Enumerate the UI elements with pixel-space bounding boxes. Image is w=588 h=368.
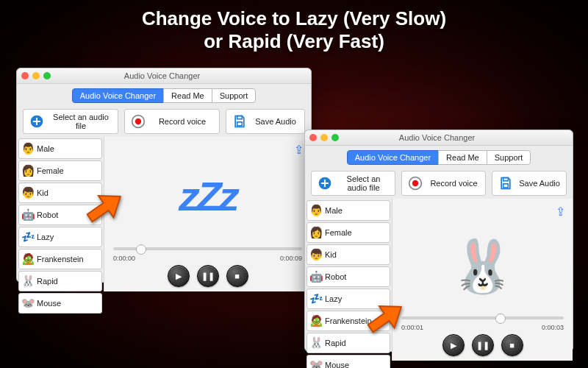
voice-female[interactable]: 👩Female [18, 160, 102, 181]
voice-list: 👨Male 👩Female 👦Kid 🤖Robot 💤Lazy 🧟Franken… [17, 137, 104, 291]
time-current: 0:00:01 [401, 324, 423, 331]
record-icon [131, 114, 146, 129]
svg-rect-3 [237, 116, 243, 119]
slider-knob[interactable] [495, 314, 506, 324]
svg-rect-8 [503, 178, 509, 181]
stop-button[interactable]: ■ [501, 334, 523, 356]
plus-icon [29, 114, 44, 129]
voice-rapid[interactable]: 🐰Rapid [306, 333, 390, 353]
robot-icon: 🤖 [307, 270, 325, 283]
voice-list: 👨Male 👩Female 👦Kid 🤖Robot 💤Lazy 🧟Franken… [305, 199, 392, 361]
window-title: Audio Voice Changer [339, 133, 535, 142]
frankenstein-icon: 🧟 [19, 252, 37, 266]
voice-kid[interactable]: 👦Kid [306, 244, 390, 265]
pause-button[interactable]: ❚❚ [472, 334, 494, 356]
playback-slider[interactable] [401, 316, 564, 319]
preview-canvas: ⇪ zZz 0:00:000:00:09 ▶ ❚❚ ■ [104, 137, 311, 291]
playback-slider[interactable] [113, 247, 302, 250]
rapid-icon: 🐰 [307, 336, 325, 350]
svg-point-2 [135, 118, 141, 124]
svg-point-7 [412, 180, 418, 186]
time-current: 0:00:00 [113, 255, 135, 262]
record-icon [408, 176, 423, 191]
mouse-icon: 🐭 [19, 297, 37, 310]
male-icon: 👨 [307, 204, 325, 217]
slider-knob[interactable] [136, 244, 146, 255]
play-button[interactable]: ▶ [168, 265, 190, 287]
preview-art: 🐰 [451, 236, 514, 297]
plus-icon [318, 176, 332, 191]
lazy-icon: 💤 [19, 230, 37, 244]
save-icon [498, 176, 513, 191]
minimize-icon[interactable] [32, 72, 40, 79]
tab-changer[interactable]: Audio Voice Changer [347, 150, 439, 165]
zoom-icon[interactable] [331, 134, 339, 141]
svg-rect-4 [237, 122, 243, 126]
pause-button[interactable]: ❚❚ [197, 265, 219, 287]
lazy-icon: 💤 [307, 292, 325, 305]
voice-rapid[interactable]: 🐰Rapid [18, 271, 102, 291]
zoom-icon[interactable] [43, 72, 51, 79]
robot-icon: 🤖 [19, 208, 37, 222]
select-file-button[interactable]: Select an audio file [311, 171, 395, 196]
voice-mouse[interactable]: 🐭Mouse [18, 293, 102, 314]
rapid-icon: 🐰 [19, 275, 37, 288]
save-icon [232, 114, 247, 129]
female-icon: 👩 [307, 226, 325, 239]
stop-button[interactable]: ■ [226, 265, 248, 287]
voice-lazy[interactable]: 💤Lazy [18, 227, 102, 247]
frankenstein-icon: 🧟 [307, 314, 325, 328]
window-title: Audio Voice Changer [51, 71, 273, 80]
tab-support[interactable]: Support [212, 88, 257, 103]
kid-icon: 👦 [19, 186, 37, 199]
titlebar[interactable]: Audio Voice Changer [305, 130, 573, 146]
promo-headline: Change Voice to Lazy (Very Slow) or Rapi… [0, 7, 588, 53]
app-window-1: Audio Voice Changer Audio Voice Changer … [16, 68, 312, 283]
mouse-icon: 🐭 [307, 358, 325, 368]
voice-lazy[interactable]: 💤Lazy [306, 289, 390, 309]
record-button[interactable]: Record voice [401, 171, 486, 196]
voice-frankenstein[interactable]: 🧟Frankenstein [306, 311, 390, 331]
voice-robot[interactable]: 🤖Robot [306, 266, 390, 287]
tab-changer[interactable]: Audio Voice Changer [72, 88, 164, 103]
voice-mouse[interactable]: 🐭Mouse [306, 355, 390, 368]
play-button[interactable]: ▶ [442, 334, 465, 356]
voice-kid[interactable]: 👦Kid [18, 183, 102, 203]
voice-frankenstein[interactable]: 🧟Frankenstein [18, 249, 102, 269]
share-icon[interactable]: ⇪ [556, 205, 565, 219]
voice-robot[interactable]: 🤖Robot [18, 205, 102, 225]
share-icon[interactable]: ⇪ [294, 143, 304, 157]
preview-art: zZz [179, 171, 236, 219]
svg-rect-9 [503, 184, 509, 188]
female-icon: 👩 [19, 164, 37, 177]
tab-readme[interactable]: Read Me [163, 88, 212, 103]
titlebar[interactable]: Audio Voice Changer [17, 68, 311, 84]
time-duration: 0:00:09 [280, 255, 302, 262]
voice-female[interactable]: 👩Female [306, 222, 390, 243]
minimize-icon[interactable] [320, 134, 328, 141]
close-icon[interactable] [309, 134, 317, 141]
app-window-2: Audio Voice Changer Audio Voice Changer … [304, 130, 573, 352]
save-button[interactable]: Save Audio [226, 109, 305, 134]
select-file-button[interactable]: Select an audio file [23, 109, 118, 134]
segmented-tabs: Audio Voice Changer Read Me Support [305, 146, 573, 168]
kid-icon: 👦 [307, 248, 325, 261]
record-button[interactable]: Record voice [124, 109, 220, 134]
tab-support[interactable]: Support [487, 150, 531, 165]
save-button[interactable]: Save Audio [492, 171, 567, 196]
preview-canvas: ⇪ 🐰 0:00:010:00:03 ▶ ❚❚ ■ [392, 199, 573, 361]
time-duration: 0:00:03 [542, 324, 564, 331]
male-icon: 👨 [19, 142, 37, 155]
close-icon[interactable] [21, 72, 29, 79]
voice-male[interactable]: 👨Male [306, 200, 390, 221]
voice-male[interactable]: 👨Male [18, 138, 102, 159]
tab-readme[interactable]: Read Me [438, 150, 487, 165]
segmented-tabs: Audio Voice Changer Read Me Support [17, 84, 311, 106]
